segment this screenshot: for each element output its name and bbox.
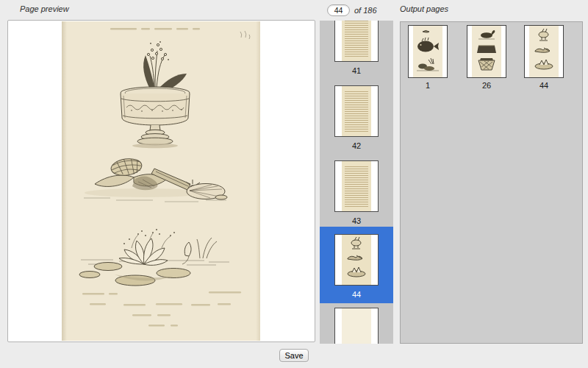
text-page-thumbnail — [342, 161, 371, 211]
output-panel: 1 — [400, 21, 583, 344]
thumbnail-image — [334, 21, 379, 62]
aquarium-etching — [121, 41, 190, 148]
thumbnail-image — [334, 85, 379, 137]
page-plate-illustration — [62, 21, 260, 341]
text-page-thumbnail — [342, 86, 371, 136]
thumbnail-image — [408, 25, 448, 78]
pencil-mark — [240, 31, 250, 39]
thumbnail-image — [334, 308, 379, 344]
output-page-number: 1 — [408, 81, 448, 90]
output-page-number: 44 — [524, 81, 564, 90]
strip-thumbnail-44-selected[interactable]: 44 — [320, 227, 393, 303]
mini-plate-aquarium-icon — [529, 26, 559, 77]
faint-caption-text — [82, 291, 241, 326]
preview-panel — [7, 20, 315, 342]
thumbnail-image — [467, 25, 506, 78]
water-lily-etching — [79, 229, 229, 286]
page-total-label: of 186 — [354, 6, 377, 15]
plate-page-thumbnail — [342, 235, 371, 285]
mini-plate-aquarium-icon — [342, 235, 371, 285]
output-page-number: 26 — [467, 81, 506, 90]
shells-etching — [84, 157, 227, 202]
thumbnail-page-number: 41 — [320, 66, 393, 75]
page-number-input[interactable] — [327, 4, 350, 16]
thumbnail-strip: 41 42 43 — [320, 21, 393, 344]
blank-page-thumbnail — [342, 308, 371, 344]
page-preview-label: Page preview — [20, 4, 69, 13]
thumbnail-page-number: 42 — [320, 141, 393, 150]
thumbnail-page-number: 44 — [320, 290, 393, 299]
mini-plate-fish-icon — [413, 26, 442, 77]
thumbnail-image — [334, 160, 379, 212]
mini-plate-duck-icon — [472, 26, 501, 77]
save-button[interactable]: Save — [279, 349, 309, 362]
output-pages-label: Output pages — [400, 4, 448, 13]
thumbnail-image — [334, 234, 379, 286]
thumbnail-image — [524, 25, 564, 78]
thumbnail-page-number: 43 — [320, 216, 393, 225]
text-page-thumbnail — [342, 21, 371, 61]
page-scan — [62, 21, 260, 341]
